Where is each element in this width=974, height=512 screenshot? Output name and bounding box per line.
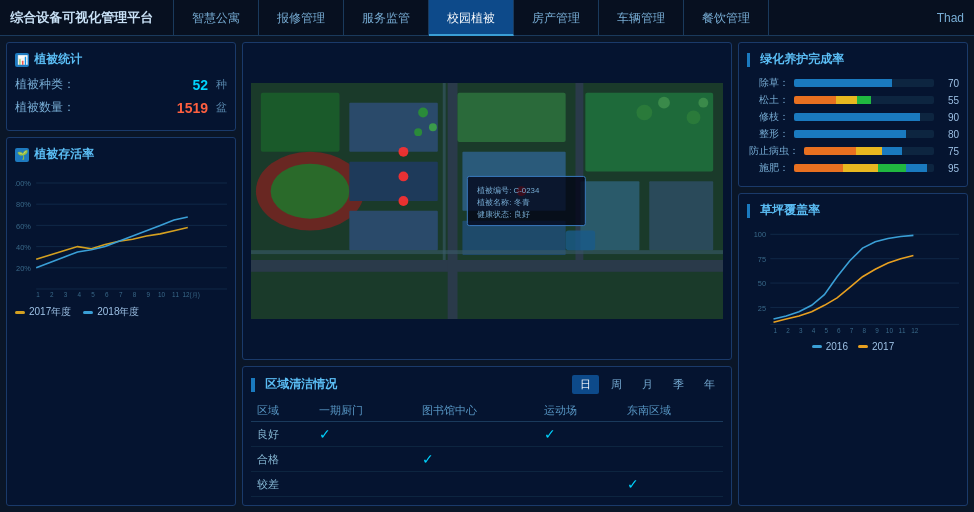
nav-item-property[interactable]: 房产管理: [514, 0, 599, 36]
bar-row-weeding: 除草： 70: [747, 76, 959, 90]
health-chart-area: 100 75 50 25 1 2 3 4 5 6 7 8 9 10 11 1: [747, 227, 959, 337]
center-column: 植被编号: C-0234 植被名称: 冬青 健康状态: 良好 区: [242, 42, 732, 506]
plant-type-value: 52: [192, 77, 208, 93]
svg-point-56: [687, 111, 701, 125]
svg-text:12: 12: [911, 327, 919, 334]
nav-item-repair[interactable]: 报修管理: [259, 0, 344, 36]
map-panel: 植被编号: C-0234 植被名称: 冬青 健康状态: 良好: [242, 42, 732, 360]
bar-value-fertilize: 95: [937, 163, 959, 174]
table-row-good: 良好 ✓ ✓: [251, 422, 723, 447]
check-poor-4: ✓: [627, 476, 639, 492]
clean-tab-month[interactable]: 月: [634, 375, 661, 394]
bar-label-pest: 防止病虫：: [747, 144, 799, 158]
col-sports: 运动场: [538, 400, 620, 422]
bar-container-weeding: [794, 79, 934, 87]
nav-item-vehicle[interactable]: 车辆管理: [599, 0, 684, 36]
legend-2017: 2017年度: [15, 305, 71, 319]
health-chart-svg: 100 75 50 25 1 2 3 4 5 6 7 8 9 10 11 1: [747, 227, 959, 337]
clean-tab-quarter[interactable]: 季: [665, 375, 692, 394]
svg-text:10: 10: [886, 327, 894, 334]
nav-item-service[interactable]: 服务监管: [344, 0, 429, 36]
svg-point-54: [636, 105, 652, 121]
bar-fill-fertilize-2: [843, 164, 878, 172]
svg-text:8: 8: [863, 327, 867, 334]
svg-rect-34: [349, 211, 437, 250]
clean-title-bar: [251, 378, 255, 392]
svg-text:20%: 20%: [16, 264, 31, 273]
plant-count-unit: 盆: [216, 100, 227, 115]
clean-tab-year[interactable]: 年: [696, 375, 723, 394]
bar-value-loosen: 55: [937, 95, 959, 106]
clean-header: 区域清洁情况 日 周 月 季 年: [251, 375, 723, 394]
svg-text:1: 1: [36, 291, 40, 298]
nav-item-dining[interactable]: 餐饮管理: [684, 0, 769, 36]
svg-rect-24: [251, 260, 723, 272]
svg-point-57: [698, 98, 708, 108]
clean-tab-day[interactable]: 日: [572, 375, 599, 394]
svg-text:80%: 80%: [16, 200, 31, 209]
col-area: 区域: [251, 400, 313, 422]
svg-text:7: 7: [850, 327, 854, 334]
row-poor-col4: ✓: [621, 472, 724, 497]
svg-text:健康状态: 良好: 健康状态: 良好: [477, 210, 529, 219]
health-legend: 2016 2017: [747, 341, 959, 352]
health-title-bar: [747, 204, 750, 218]
svg-text:9: 9: [146, 291, 150, 298]
row-poor-label: 较差: [251, 472, 313, 497]
row-good-col1: ✓: [313, 422, 415, 447]
greening-title-bar: [747, 53, 750, 67]
greening-panel: 绿化养护完成率 除草： 70 松土： 55 修枝：: [738, 42, 968, 187]
bar-label-fertilize: 施肥：: [747, 161, 789, 175]
svg-text:1: 1: [774, 327, 778, 334]
bar-fill-fertilize-1: [794, 164, 843, 172]
svg-text:50: 50: [758, 279, 766, 288]
bar-label-loosen: 松土：: [747, 93, 789, 107]
plant-type-label: 植被种类：: [15, 76, 192, 93]
check-good-3: ✓: [544, 426, 556, 442]
svg-rect-25: [448, 83, 458, 319]
col-phase1: 一期厨门: [313, 400, 415, 422]
check-ok-2: ✓: [422, 451, 434, 467]
row-poor-col3: [538, 472, 620, 497]
svg-text:8: 8: [133, 291, 137, 298]
plant-type-unit: 种: [216, 77, 227, 92]
bar-label-pruning: 修枝：: [747, 110, 789, 124]
nav-items: 智慧公寓 报修管理 服务监管 校园植被 房产管理 车辆管理 餐饮管理: [173, 0, 937, 36]
survival-chart-svg: 100% 80% 60% 40% 20% 1 2 3 4 5 6 7 8 9 1…: [15, 171, 227, 301]
bar-row-pest: 防止病虫： 75: [747, 144, 959, 158]
clean-table: 区域 一期厨门 图书馆中心 运动场 东南区域 良好 ✓ ✓: [251, 400, 723, 497]
plant-count-value: 1519: [177, 100, 208, 116]
left-column: 📊 植被统计 植被种类： 52 种 植被数量： 1519 盆 🌱 植被存活率: [6, 42, 236, 506]
legend-health-2017: 2017: [858, 341, 894, 352]
main-layout: 📊 植被统计 植被种类： 52 种 植被数量： 1519 盆 🌱 植被存活率: [0, 36, 974, 512]
row-ok-col4: [621, 447, 724, 472]
nav-item-campus-plants[interactable]: 校园植被: [429, 0, 514, 36]
survival-legend: 2017年度 2018年度: [15, 305, 227, 319]
svg-text:100: 100: [754, 230, 766, 239]
svg-rect-40: [251, 250, 723, 254]
svg-text:9: 9: [875, 327, 879, 334]
bar-value-pruning: 90: [937, 112, 959, 123]
clean-tab-week[interactable]: 周: [603, 375, 630, 394]
svg-text:4: 4: [78, 291, 82, 298]
row-good-col2: [416, 422, 539, 447]
bar-container-loosen: [794, 96, 934, 104]
table-row-poor: 较差 ✓: [251, 472, 723, 497]
nav-item-smart-apartment[interactable]: 智慧公寓: [173, 0, 259, 36]
legend-2016: 2016: [812, 341, 848, 352]
survival-title: 🌱 植被存活率: [15, 146, 227, 163]
svg-text:3: 3: [64, 291, 68, 298]
survival-icon: 🌱: [15, 148, 29, 162]
legend-dot-health-2017: [858, 345, 868, 348]
row-ok-col1: [313, 447, 415, 472]
bar-fill-pruning: [794, 113, 920, 121]
legend-dot-2017: [15, 311, 25, 314]
col-southeast: 东南区域: [621, 400, 724, 422]
svg-text:6: 6: [837, 327, 841, 334]
stats-title: 📊 植被统计: [15, 51, 227, 68]
svg-rect-28: [458, 93, 566, 142]
bar-fill-pest-2: [856, 147, 882, 155]
bar-value-pest: 75: [937, 146, 959, 157]
app-title: 综合设备可视化管理平台: [10, 9, 153, 27]
bar-fill-loosen-2: [836, 96, 857, 104]
